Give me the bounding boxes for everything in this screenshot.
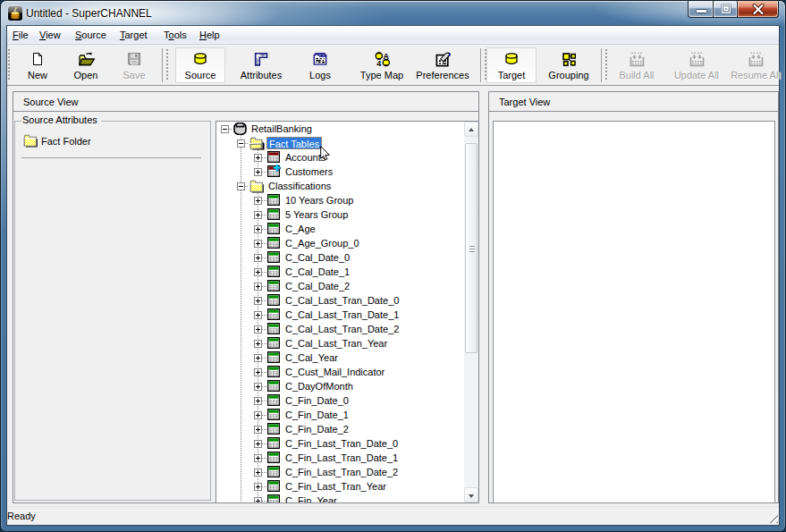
svg-text:A: A [383,52,389,61]
svg-text:4: 4 [376,59,381,67]
